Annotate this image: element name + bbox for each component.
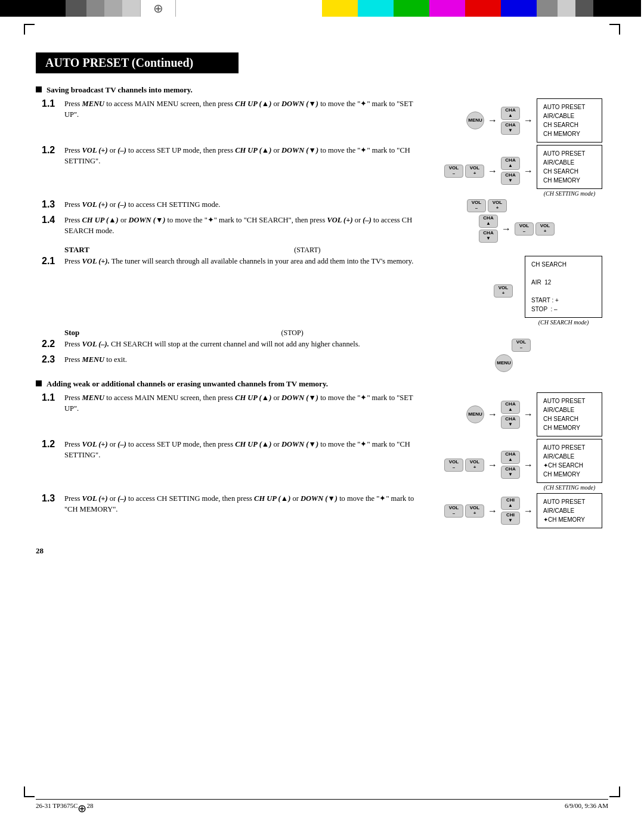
step-text-1-3: Press VOL (+) or (–) to access CH SETTIN… xyxy=(64,199,423,210)
step-num-2-2: 2.2 xyxy=(42,339,64,349)
step-text-2-2: Press VOL (–). CH SEARCH will stop at th… xyxy=(64,339,423,349)
step-num-2-1: 2.1 xyxy=(42,256,64,267)
crosshair-icon: ⊕ xyxy=(153,1,163,16)
s3-ch-pair-2: CHA▲ CHA▼ xyxy=(501,451,520,479)
cha-up-button: CHA▲ xyxy=(501,107,520,120)
s3-vol-plus-button: VOL+ xyxy=(465,459,484,472)
step-1-2: 1.2 Press VOL (+) or (–) to access SET U… xyxy=(42,145,602,197)
s3-step-num-1-1: 1.1 xyxy=(42,392,64,403)
step-text-2-3: Press MENU to exit. xyxy=(64,354,423,365)
step-2-2: 2.2 Press VOL (–). CH SEARCH will stop a… xyxy=(42,339,602,352)
cha-up-button-2: CHA▲ xyxy=(501,157,520,170)
step-diagram-2-2: VOL– xyxy=(423,339,602,352)
s3-ch-setting-mode-label: (CH SETTING mode) xyxy=(544,484,596,491)
section3-header: Adding weak or additional channels or er… xyxy=(36,379,608,389)
vol-minus-button-3: VOL– xyxy=(515,222,534,236)
arrow-icon-4: → xyxy=(524,166,533,176)
step-diagram-1-3: VOL– VOL+ xyxy=(423,199,602,212)
menu-button-exit: MENU xyxy=(495,354,513,372)
s3-step-diagram-1-1: MENU → CHA▲ CHA▼ → AUTO PRESET AIR/CABLE… xyxy=(423,392,602,436)
bullet-icon xyxy=(36,86,42,92)
arrow-icon-s3-5: → xyxy=(488,506,497,516)
page-number: 28 xyxy=(36,546,608,556)
step-diagram-2-1: VOL+ CH SEARCH AIR 12 START : + STOP : –… xyxy=(423,256,602,326)
s3-screen-ch-setting: AUTO PRESET AIR/CABLE ✦CH SEARCH CH MEMO… xyxy=(537,439,602,483)
s3-step-text-1-1: Press MENU to access MAIN MENU screen, t… xyxy=(64,392,423,414)
s3-chi-up-button: CHI▲ xyxy=(501,497,520,510)
step-1-1: 1.1 Press MENU to access MAIN MENU scree… xyxy=(42,98,602,143)
s3-step-num-1-2: 1.2 xyxy=(42,439,64,450)
step-2-3: 2.3 Press MENU to exit. MENU xyxy=(42,354,602,372)
screen-ch-setting-1: AUTO PRESET AIR/CABLE CH SEARCH CH MEMOR… xyxy=(537,145,602,189)
arrow-icon-s3-6: → xyxy=(524,506,533,516)
cha-down-button: CHA▼ xyxy=(501,122,520,135)
s3-vol-pair-2: VOL– VOL+ xyxy=(444,504,484,518)
s3-step-text-1-2: Press VOL (+) or (–) to access SET UP mo… xyxy=(64,439,423,460)
cha-down-button-2: CHA▼ xyxy=(501,172,520,185)
ch-pair-3: CHA▲ CHA▼ xyxy=(479,215,498,243)
vol-pair-2: VOL– VOL+ xyxy=(467,199,507,212)
step-diagram-2-3: MENU xyxy=(423,354,602,372)
ch-pair-1: CHA▲ CHA▼ xyxy=(501,107,520,135)
ch-search-mode-label: (CH SEARCH mode) xyxy=(538,319,589,326)
menu-button-group: MENU xyxy=(466,112,484,129)
arrow-icon-5: → xyxy=(501,224,511,234)
page-title: AUTO PRESET (Continued) xyxy=(36,52,239,73)
s3-cha-down-button: CHA▼ xyxy=(501,416,520,429)
step-num-1-1: 1.1 xyxy=(42,98,64,109)
vol-minus-stop-button: VOL– xyxy=(512,339,531,352)
s3-vol-pair-1: VOL– VOL+ xyxy=(444,459,484,472)
cha-up-button-3: CHA▲ xyxy=(479,215,498,228)
arrow-icon-s3-4: → xyxy=(524,460,533,470)
vol-pair-1: VOL– VOL+ xyxy=(444,165,484,178)
ch-pair-2: CHA▲ CHA▼ xyxy=(501,157,520,185)
stop-paren: (STOP) xyxy=(281,329,304,337)
s3-vol-minus-button-2: VOL– xyxy=(444,504,463,518)
s3-vol-minus-button: VOL– xyxy=(444,459,463,472)
step-num-1-4: 1.4 xyxy=(42,215,64,225)
screen-ch-search: CH SEARCH AIR 12 START : + STOP : – xyxy=(525,256,602,318)
s3-screen-ch-memory: AUTO PRESET AIR/CABLE ✦CH MEMORY xyxy=(537,493,602,528)
bullet-icon-2 xyxy=(36,380,42,386)
s3-vol-plus-button-2: VOL+ xyxy=(465,504,484,518)
top-color-bar: ⊕ xyxy=(0,0,644,17)
vol-minus-button: VOL– xyxy=(444,165,463,178)
s3-step-1-3: 1.3 Press VOL (+) or (–) to access CH SE… xyxy=(42,493,602,528)
arrow-icon-s3-3: → xyxy=(488,460,497,470)
arrow-icon-3: → xyxy=(488,166,497,176)
arrow-icon: → xyxy=(488,115,497,126)
cha-down-button-3: CHA▼ xyxy=(479,230,498,243)
s3-step-1-2: 1.2 Press VOL (+) or (–) to access SET U… xyxy=(42,439,602,491)
vol-pair-3: VOL– VOL+ xyxy=(515,222,555,236)
start-label: START (START) xyxy=(42,245,602,255)
footer-right: 6/9/00, 9:36 AM xyxy=(565,802,608,815)
vol-plus-button-2: VOL+ xyxy=(488,199,507,212)
step-text-2-1: Press VOL (+). The tuner will search thr… xyxy=(64,256,423,267)
s3-cha-down-button-2: CHA▼ xyxy=(501,466,520,479)
start-paren: (START) xyxy=(294,246,320,254)
vol-plus-start-button: VOL+ xyxy=(494,284,513,298)
step-text-1-4: Press CH UP (▲) or DOWN (▼) to move the … xyxy=(64,215,423,236)
step-num-1-2: 1.2 xyxy=(42,145,64,156)
footer-center: 28 xyxy=(86,802,93,815)
step-num-1-3: 1.3 xyxy=(42,199,64,210)
step-2-1: 2.1 Press VOL (+). The tuner will search… xyxy=(42,256,602,326)
s3-ch-pair-1: CHA▲ CHA▼ xyxy=(501,401,520,429)
page-footer: 26-31 TP3675C ⊕ 28 6/9/00, 9:36 AM xyxy=(36,799,608,815)
step-text-1-1: Press MENU to access MAIN MENU screen, t… xyxy=(64,98,423,120)
vol-plus-button-3: VOL+ xyxy=(535,222,555,236)
section1-title: Saving broadcast TV channels into memory… xyxy=(47,85,193,95)
step-text-1-2: Press VOL (+) or (–) to access SET UP mo… xyxy=(64,145,423,166)
s3-cha-up-button-2: CHA▲ xyxy=(501,451,520,464)
s3-ch-pair-3: CHI▲ CHI▼ xyxy=(501,497,520,525)
section1-header: Saving broadcast TV channels into memory… xyxy=(36,85,608,95)
screen-auto-preset-1: AUTO PRESET AIR/CABLE CH SEARCH CH MEMOR… xyxy=(537,98,602,143)
vol-minus-button-2: VOL– xyxy=(467,199,486,212)
arrow-icon-s3-2: → xyxy=(524,409,533,420)
arrow-icon-s3-1: → xyxy=(488,409,497,420)
section3-title: Adding weak or additional channels or er… xyxy=(47,379,328,389)
step-diagram-1-1: MENU → CHA▲ CHA▼ → AUTO PRESET AIR/CABLE… xyxy=(423,98,602,143)
s3-step-1-1: 1.1 Press MENU to access MAIN MENU scree… xyxy=(42,392,602,436)
step-diagram-1-2: VOL– VOL+ → CHA▲ CHA▼ → AUTO PRESET AIR/… xyxy=(423,145,602,197)
vol-pair-4: VOL+ xyxy=(494,284,513,298)
